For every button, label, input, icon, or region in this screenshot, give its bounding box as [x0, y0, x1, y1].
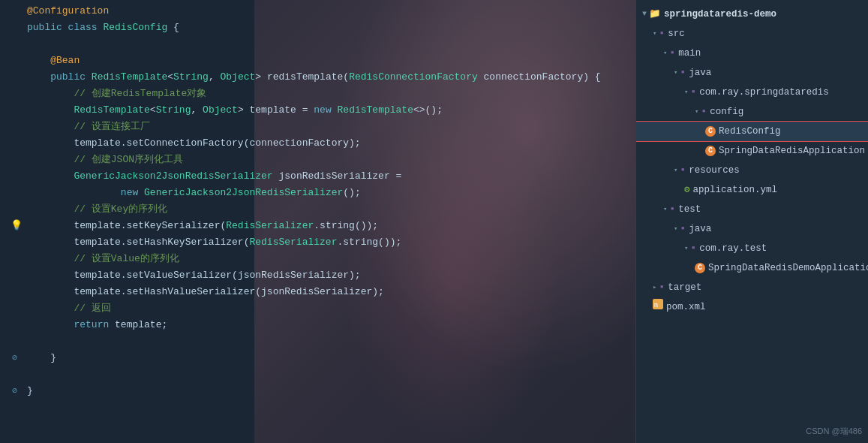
tree-item-target[interactable]: ▸▪target	[636, 278, 868, 297]
file-tree-panel: ▼📁springdataredis-demo▾▪src▾▪main▾▪java▾…	[635, 0, 868, 443]
main-container: @Configurationpublic class RedisConfig {…	[0, 0, 868, 443]
tree-item-label: java	[689, 221, 711, 237]
tree-item-src[interactable]: ▾▪src	[636, 24, 868, 44]
code-line: // 创建JSON序列化工具	[27, 152, 635, 168]
code-line: ⊘}	[27, 383, 635, 399]
tree-item-application.yml[interactable]: ⚙application.yml	[636, 180, 868, 200]
arrow-icon: ▾	[684, 240, 688, 257]
arrow-icon: ▾	[674, 162, 677, 179]
tree-item-java[interactable]: ▾▪java	[636, 63, 868, 83]
arrow-icon: ▾	[663, 45, 667, 62]
arrow-icon: ▾	[653, 26, 656, 42]
code-line: GenericJackson2JsonRedisSerializer jsonR…	[27, 168, 635, 185]
folder-icon: ▪	[680, 162, 686, 179]
tree-item-label: SpringDataRedisApplication	[719, 143, 865, 159]
tree-item-label: springdataredis-demo	[664, 6, 776, 23]
arrow-icon: ▾	[674, 221, 677, 237]
tree-item-test[interactable]: ▾▪test	[636, 200, 868, 219]
folder-icon: ▪	[701, 104, 707, 120]
folder-icon: ▪	[659, 279, 665, 296]
code-line: template.setHashKeySerializer(RedisSeria…	[27, 234, 635, 251]
folder-icon: ▪	[659, 26, 665, 42]
code-line: RedisTemplate<String, Object> template =…	[27, 102, 635, 119]
code-line: ⊘ }	[27, 350, 635, 366]
tree-item-label: test	[678, 201, 701, 218]
code-editor[interactable]: @Configurationpublic class RedisConfig {…	[0, 0, 635, 443]
code-line: new GenericJackson2JsonRedisSerializer()…	[27, 185, 635, 201]
bulb-icon: 💡	[11, 218, 23, 234]
bracket-icon: ⊘	[12, 350, 17, 366]
code-line: 💡 template.setKeySerializer(RedisSeriali…	[27, 218, 635, 234]
folder-icon: ▪	[680, 221, 686, 237]
tree-item-RedisConfig[interactable]: CRedisConfig	[636, 122, 868, 141]
code-line: template.setValueSerializer(jsonRedisSer…	[27, 267, 635, 284]
code-line: // 返回	[27, 300, 635, 317]
code-line: return template;	[27, 317, 635, 333]
tree-item-config[interactable]: ▾▪config	[636, 102, 868, 122]
code-line: public RedisTemplate<String, Object> red…	[27, 69, 635, 86]
arrow-icon: ▾	[674, 65, 677, 81]
java-file-icon: C	[705, 146, 716, 156]
tree-item-label: SpringDataRedisDemoApplicationTest	[708, 260, 868, 276]
code-line: @Configuration	[27, 3, 635, 20]
yml-icon: ⚙	[684, 182, 690, 198]
tree-item-pom.xml[interactable]: mpom.xml	[636, 297, 868, 317]
tree-item-label: resources	[689, 162, 740, 179]
tree-item-label: config	[710, 104, 743, 120]
code-line: template.setHashValueSerializer(jsonRedi…	[27, 284, 635, 300]
java-file-icon: C	[695, 263, 705, 273]
tree-item-java-test[interactable]: ▾▪java	[636, 219, 868, 239]
code-line: // 设置连接工厂	[27, 119, 635, 135]
bracket-icon-2: ⊘	[12, 383, 17, 399]
tree-item-label: RedisConfig	[719, 123, 781, 140]
tree-item-label: com.ray.test	[699, 240, 767, 257]
tree-item-label: com.ray.springdataredis	[699, 84, 829, 101]
code-line: public class RedisConfig {	[27, 20, 635, 36]
csdn-watermark: CSDN @瑞486	[806, 426, 862, 437]
tree-item-SpringDataRedisDemoApplicationTest[interactable]: CSpringDataRedisDemoApplicationTest	[636, 258, 868, 278]
code-line: // 设置Key的序列化	[27, 201, 635, 218]
code-line	[27, 36, 635, 53]
folder-icon: ▪	[669, 45, 675, 62]
code-line: template.setConnectionFactory(connection…	[27, 135, 635, 152]
code-line	[27, 333, 635, 350]
code-line: // 设置Value的序列化	[27, 251, 635, 267]
folder-icon: ▪	[680, 65, 686, 81]
arrow-icon: ▸	[653, 279, 656, 296]
arrow-icon: ▾	[663, 201, 667, 218]
tree-item-com.ray.springdataredis[interactable]: ▾▪com.ray.springdataredis	[636, 83, 868, 102]
tree-item-label: target	[668, 279, 701, 296]
tree-item-label: pom.xml	[666, 299, 706, 315]
folder-icon: 📁	[649, 6, 661, 23]
arrow-icon: ▼	[642, 6, 647, 23]
folder-icon: ▪	[690, 84, 696, 101]
tree-item-label: src	[668, 26, 685, 42]
java-file-icon: C	[705, 126, 716, 137]
tree-item-com.ray.test[interactable]: ▾▪com.ray.test	[636, 239, 868, 258]
xml-icon: m	[653, 299, 663, 315]
tree-item-root[interactable]: ▼📁springdataredis-demo	[636, 5, 868, 24]
tree-item-label: java	[689, 65, 711, 81]
tree-item-label: application.yml	[693, 182, 778, 198]
svg-text:m: m	[654, 302, 658, 309]
folder-icon: ▪	[690, 240, 696, 257]
arrow-icon: ▾	[684, 84, 688, 101]
tree-item-SpringDataRedisApplication[interactable]: CSpringDataRedisApplication	[636, 141, 868, 161]
folder-icon: ▪	[669, 201, 675, 218]
tree-item-resources[interactable]: ▾▪resources	[636, 161, 868, 180]
tree-item-label: main	[678, 45, 701, 62]
code-content: @Configurationpublic class RedisConfig {…	[21, 0, 635, 443]
code-line	[27, 366, 635, 383]
arrow-icon: ▾	[695, 104, 698, 120]
tree-item-main[interactable]: ▾▪main	[636, 44, 868, 63]
code-line: @Bean	[27, 53, 635, 69]
code-line: // 创建RedisTemplate对象	[27, 86, 635, 102]
